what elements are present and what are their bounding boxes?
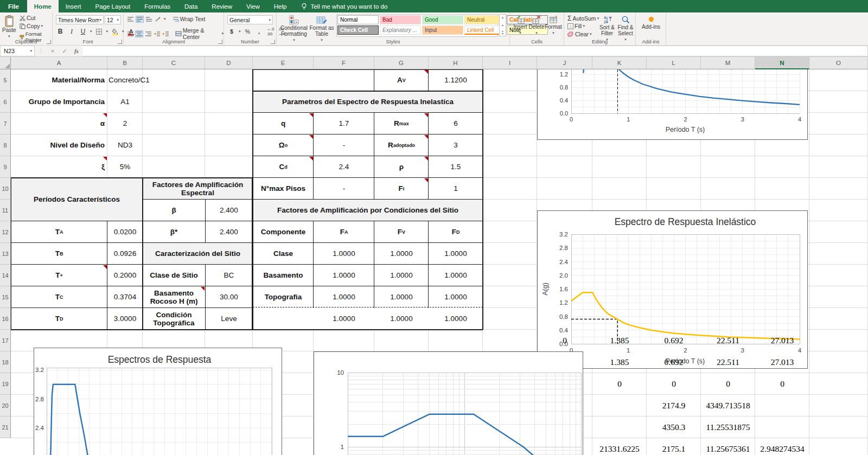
cell-A13[interactable]: TB	[11, 243, 107, 265]
italic-button[interactable]: I	[67, 27, 76, 36]
cell-M18[interactable]: 22.511	[701, 351, 755, 373]
cell-G5[interactable]: AV	[374, 69, 429, 91]
bold-button[interactable]: B	[56, 27, 65, 36]
number-format-select[interactable]: General ▾	[227, 15, 273, 24]
cell-B8[interactable]: ND3	[107, 134, 143, 156]
cell-E9[interactable]: Cd	[253, 156, 314, 178]
align-center-icon[interactable]	[136, 31, 142, 37]
borders-button[interactable]	[95, 27, 104, 36]
cell-G9[interactable]: ρ	[374, 156, 429, 178]
underline-caret-icon[interactable]: ▾	[90, 29, 92, 34]
column-header-H[interactable]: H	[429, 57, 483, 69]
name-box[interactable]: N23 ▾	[0, 46, 35, 56]
cell-E14[interactable]: Basamento	[253, 265, 314, 286]
row-header-9[interactable]: 9	[0, 156, 11, 178]
fill-color-button[interactable]	[111, 27, 119, 36]
cell-G12[interactable]: FV	[374, 221, 429, 243]
cell-M20[interactable]: 4349.713518	[701, 395, 755, 416]
cell-C16[interactable]: Condición Topográfica	[143, 308, 205, 330]
cell-B14[interactable]: 0.2000	[107, 265, 143, 286]
cell-E12[interactable]: Componente	[253, 221, 314, 243]
row-header-21[interactable]: 21	[0, 416, 11, 438]
cell-E8[interactable]: Ωo	[253, 134, 314, 156]
cell-E6[interactable]: Parametros del Espectro de Respuesta Ine…	[253, 91, 483, 113]
merge-center-caret-icon[interactable]: ▾	[222, 31, 224, 36]
cell-C12[interactable]: β*	[143, 221, 205, 243]
font-size-select[interactable]: 12 ▾	[105, 15, 121, 24]
cell-L20[interactable]: 2174.9	[647, 395, 701, 416]
chart-espectros-de-respuesta[interactable]: Espectros de Respuesta3.22.82.4	[34, 348, 282, 455]
cell-J17[interactable]: 0	[537, 330, 592, 351]
row-header-20[interactable]: 20	[0, 395, 11, 416]
cell-G16[interactable]: 1.0000	[374, 308, 429, 330]
cell-N19[interactable]: 0	[755, 373, 809, 395]
align-bottom-icon[interactable]	[145, 16, 152, 22]
cell-H14[interactable]: 1.0000	[429, 265, 483, 286]
cell-A9[interactable]: ξ	[11, 156, 107, 178]
cell-B15[interactable]: 0.3704	[107, 286, 143, 308]
comma-style-button[interactable]: ,	[255, 27, 264, 36]
row-header-8[interactable]: 8	[0, 134, 11, 156]
clipboard-dialog-launcher[interactable]	[47, 40, 51, 44]
column-header-F[interactable]: F	[314, 57, 374, 69]
tab-review[interactable]: Review	[205, 0, 239, 12]
cell-M17[interactable]: 22.511	[701, 330, 755, 351]
cell-D11[interactable]: 2.400	[205, 200, 253, 221]
percent-style-button[interactable]: %	[244, 27, 252, 36]
insert-cells-button[interactable]: Insert ▾	[513, 14, 528, 36]
cell-K19[interactable]: 0	[592, 373, 647, 395]
style-chip-good[interactable]: Good	[422, 15, 463, 24]
cell-H5[interactable]: 1.1200	[429, 69, 483, 91]
cell-C10[interactable]: Factores de Amplificación Espectral	[143, 178, 253, 200]
column-header-C[interactable]: C	[143, 57, 205, 69]
font-name-select[interactable]: Times New Roman ▾	[56, 15, 104, 24]
align-left-icon[interactable]	[127, 31, 133, 37]
cell-H8[interactable]: 3	[429, 134, 483, 156]
cell-G10[interactable]: FI	[374, 178, 429, 200]
align-right-icon[interactable]	[145, 31, 151, 37]
cell-G15[interactable]: 1.0000	[374, 286, 429, 308]
accounting-format-button[interactable]: $	[227, 27, 236, 36]
tab-view[interactable]: View	[239, 0, 267, 12]
styles-more-icon[interactable]: ▾	[502, 31, 503, 35]
style-chip-bad[interactable]: Bad	[380, 15, 421, 24]
cell-G7[interactable]: Rmax	[374, 113, 429, 134]
cell-B16[interactable]: 3.0000	[107, 308, 143, 330]
decrease-indent-icon[interactable]	[154, 31, 160, 37]
style-chip-input[interactable]: Input	[422, 25, 463, 35]
cell-G14[interactable]: 1.0000	[374, 265, 429, 286]
cell-N18[interactable]: 27.013	[755, 351, 809, 373]
cell-E7[interactable]: q	[253, 113, 314, 134]
increase-decimal-button[interactable]: ←.0.00	[266, 27, 275, 36]
cell-C15[interactable]: Basamento Rocoso H (m)	[143, 286, 205, 308]
column-header-L[interactable]: L	[647, 57, 701, 69]
cell-M22[interactable]: 11.25675361	[701, 438, 755, 455]
orientation-caret-icon[interactable]: ▾	[164, 17, 166, 21]
insert-function-button[interactable]: fx	[71, 46, 82, 56]
alignment-dialog-launcher[interactable]	[218, 40, 222, 44]
row-header-6[interactable]: 6	[0, 91, 11, 113]
font-dialog-launcher[interactable]	[118, 40, 122, 44]
cell-H7[interactable]: 6	[429, 113, 483, 134]
cell-L17[interactable]: 0.692	[647, 330, 701, 351]
row-header-7[interactable]: 7	[0, 113, 11, 134]
row-header-15[interactable]: 15	[0, 286, 11, 308]
cell-E13[interactable]: Clase	[253, 243, 314, 265]
cell-A5[interactable]: Material/Norma	[11, 69, 107, 91]
cell-L18[interactable]: 0.692	[647, 351, 701, 373]
cell-B7[interactable]: 2	[107, 113, 143, 134]
cell-H15[interactable]: 1.0000	[429, 286, 483, 308]
align-top-icon[interactable]	[127, 16, 134, 22]
cell-K17[interactable]: 1.385	[592, 330, 647, 351]
column-header-O[interactable]: O	[809, 57, 868, 69]
style-chip-check-cell[interactable]: Check Cell	[337, 25, 379, 35]
row-header-18[interactable]: 18	[0, 351, 11, 373]
cell-L22[interactable]: 2175.1	[647, 438, 701, 455]
cell-A16[interactable]: TD	[11, 308, 107, 330]
column-header-K[interactable]: K	[592, 57, 647, 69]
confirm-entry-button[interactable]: ✓	[59, 46, 71, 56]
cell-B6[interactable]: A1	[107, 91, 143, 113]
cancel-entry-button[interactable]: ×	[47, 46, 59, 56]
chart-espectro-log[interactable]: 101	[314, 351, 583, 455]
cell-M21[interactable]: 11.25531875	[701, 416, 755, 438]
